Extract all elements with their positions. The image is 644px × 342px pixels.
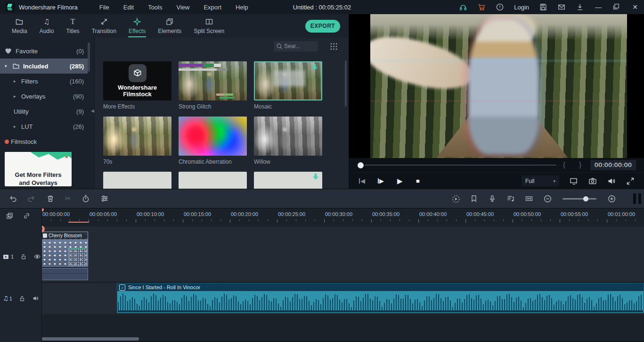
video-clip-audio-bar[interactable] [41,268,88,280]
video-clip-cherry-blossom[interactable]: Cherry Blossom [41,232,88,267]
adjust-settings-button[interactable] [100,194,109,203]
display-device-icon[interactable] [569,176,579,186]
timeline-horizontal-scrollbar[interactable] [41,337,139,341]
sidebar-collapse-icon[interactable]: ◀ [91,108,94,113]
sidebar-item-favorite[interactable]: Favorite(0) [0,43,88,58]
effect-card-willow[interactable]: Willow [254,117,322,165]
zoom-in-button[interactable] [607,194,616,203]
effect-card-partial-8[interactable] [254,172,322,189]
mark-out-icon[interactable]: } [579,160,581,168]
effects-scrollbar[interactable] [345,60,347,107]
menu-file[interactable]: File [99,4,109,11]
download-icon[interactable] [576,3,584,11]
video-track-number: 1 [11,254,14,259]
save-icon[interactable] [539,3,547,11]
mute-speaker-icon[interactable] [32,295,39,302]
mark-in-icon[interactable]: { [563,160,565,168]
delete-button[interactable] [46,194,55,203]
effect-card-more-effects[interactable]: WondershareFilmstockMore Effects [103,61,171,110]
previous-frame-button[interactable]: ◀ [359,173,365,189]
volume-icon[interactable] [607,176,616,186]
ruler-tick [79,219,80,221]
sidebar-item-filters[interactable]: ▸Filters(160) [0,74,88,89]
redo-button[interactable] [27,194,36,203]
sidebar-item-label: Filters [21,78,38,85]
tab-audio[interactable]: ♫Audio [33,14,60,38]
close-button[interactable]: ✕ [631,3,639,11]
sidebar-item-utility[interactable]: Utility(9) [0,104,88,119]
sidebar-item-label: Included [23,63,48,70]
menu-tools[interactable]: Tools [148,4,162,11]
next-frame-button[interactable]: ▶ [377,173,384,189]
speed-button[interactable] [82,194,90,203]
stop-button[interactable]: ■ [416,173,420,189]
restore-button[interactable] [612,3,621,11]
sidebar-item-lut[interactable]: ▸LUT(26) [0,119,88,134]
effect-card-chromatic-aberration[interactable]: Chromatic Aberration [179,117,247,165]
zoom-out-button[interactable] [543,194,552,203]
menu-help[interactable]: Help [236,4,248,11]
mail-icon[interactable] [557,3,566,11]
eye-icon[interactable] [33,253,41,260]
fit-timeline-zoom-button[interactable] [525,194,533,203]
search-box[interactable] [274,41,318,51]
media-panel: Media♫AudioTTitlesTransitionEffectsEleme… [0,14,349,189]
mosaic-effect-region[interactable] [68,248,87,266]
timeline-zoom-slider[interactable] [562,198,596,200]
sidebar-item-overlays[interactable]: ▸Overlays(90) [0,89,88,104]
info-icon[interactable] [496,3,504,11]
titlebar-right: Login — ✕ [459,3,639,11]
effect-card-70s[interactable]: 70s [103,117,171,165]
sidebar-item-filmstock[interactable]: Filmstock [0,134,88,149]
effect-card-partial-7[interactable] [179,172,247,189]
snapshot-camera-icon[interactable] [588,176,597,186]
promo-close-icon[interactable]: × [65,153,68,160]
menu-edit[interactable]: Edit [123,4,134,11]
search-input[interactable] [284,41,316,51]
undo-button[interactable] [8,194,17,203]
lock-icon[interactable] [20,253,27,260]
caret-right-icon: ▸ [14,124,21,129]
tab-split-screen[interactable]: Split Screen [187,14,230,38]
scrubber-handle[interactable] [358,162,364,168]
marker-button[interactable] [470,194,478,203]
minimize-button[interactable]: — [594,3,603,11]
audio-clip[interactable]: ♪ Since I Started - Roll In Vinocor [117,283,644,313]
menu-view[interactable]: View [176,4,189,11]
audio-mixer-button[interactable] [506,194,515,203]
filmstock-promo-card[interactable]: × Get More Filters and Overlays [5,152,72,186]
menu-export[interactable]: Export [204,4,221,11]
effect-card-partial-6[interactable] [103,172,171,189]
export-button[interactable]: EXPORT [305,20,340,33]
tab-titles[interactable]: TTitles [60,14,85,38]
sidebar-scrollbar[interactable] [88,42,90,72]
grid-view-icon[interactable] [330,42,337,50]
headset-icon[interactable] [459,3,467,11]
effect-thumbnail [179,172,247,189]
tab-media[interactable]: Media [6,14,33,38]
play-button[interactable]: ▶ [397,173,403,189]
pause-bars-icon[interactable] [633,193,641,204]
preview-size-dropdown[interactable]: Full ▾ [522,175,559,186]
fullscreen-icon[interactable] [626,176,635,186]
ruler-tick [89,219,89,223]
link-icon[interactable] [23,212,31,220]
effect-card-strong-glitch[interactable]: Strong Glitch [179,61,247,110]
tab-transition[interactable]: Transition [86,14,122,38]
record-voiceover-button[interactable] [488,194,497,203]
render-preview-button[interactable] [451,194,460,203]
cut-button[interactable]: ✂ [65,194,71,203]
tab-elements[interactable]: Elements [152,14,187,38]
timeline-zoom-handle[interactable] [583,196,588,201]
cart-icon[interactable] [477,3,486,11]
tab-effects[interactable]: Effects [122,14,152,38]
preview-video-area[interactable] [349,14,644,158]
sidebar-item-included[interactable]: ▾Included(285) [0,58,88,74]
scrubber-track[interactable] [365,165,556,166]
lock-icon[interactable] [19,295,25,302]
track-area[interactable]: 00:00:00:0000:00:05:0000:00:10:0000:00:1… [41,209,644,342]
add-track-icon[interactable] [6,212,14,220]
effect-card-mosaic[interactable]: Mosaic [254,61,322,110]
ruler-tick [484,219,485,221]
login-button[interactable]: Login [514,4,529,11]
